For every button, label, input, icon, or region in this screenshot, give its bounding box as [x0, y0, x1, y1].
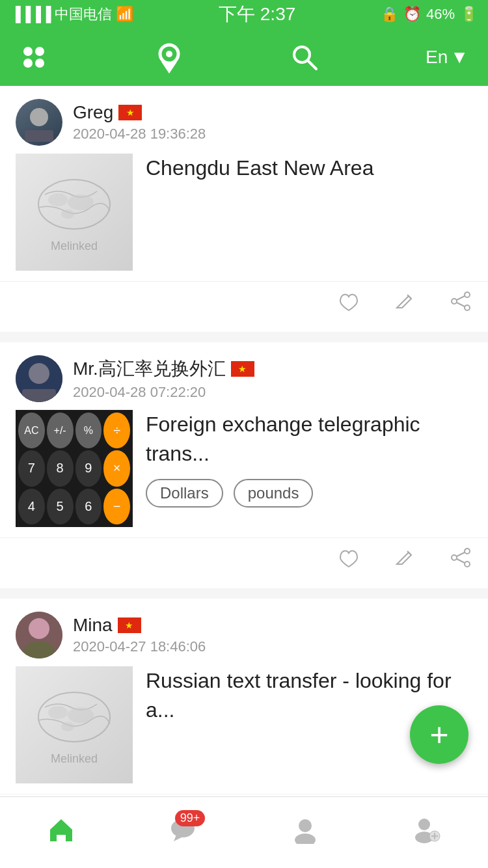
svg-line-19: [457, 296, 465, 300]
svg-point-24: [465, 549, 470, 554]
svg-point-5: [166, 51, 172, 57]
post-time: 2020-04-28 19:36:28: [73, 126, 206, 142]
post-header: Greg 2020-04-28 19:36:28: [0, 86, 488, 154]
edit-button[interactable]: [393, 546, 416, 575]
svg-point-3: [35, 59, 44, 68]
svg-point-33: [48, 706, 68, 719]
time-display: 下午 2:37: [219, 2, 295, 27]
edit-button[interactable]: [393, 290, 416, 319]
svg-point-9: [30, 108, 48, 126]
signal-icon: ▐▐▐▐: [10, 6, 51, 23]
svg-point-25: [452, 555, 457, 560]
svg-rect-11: [25, 130, 53, 142]
svg-point-13: [48, 193, 68, 206]
post-title: Foreign exchange telegraphic trans...: [146, 410, 472, 468]
svg-point-51: [299, 819, 312, 832]
chat-badge: 99+: [175, 810, 206, 826]
post-title: Chengdu East New Area: [146, 154, 472, 183]
carrier-name: 中国电信: [55, 5, 112, 24]
svg-point-53: [418, 819, 430, 830]
bottom-nav-chat[interactable]: 99+: [169, 815, 197, 850]
battery-icon: 🔋: [460, 6, 478, 23]
post-text-area: Chengdu East New Area: [146, 154, 472, 183]
profile-icon: [413, 815, 441, 850]
svg-point-15: [61, 210, 74, 219]
post-body: Melinked Chengdu East New Area: [0, 154, 488, 281]
post-user-info: Greg 2020-04-28 19:36:28: [73, 102, 206, 142]
svg-line-8: [308, 61, 316, 69]
post-tags: Dollars pounds: [146, 479, 472, 508]
status-bar: ▐▐▐▐ 中国电信 📶 下午 2:37 🔒 ⏰ 46% 🔋: [0, 0, 488, 29]
avatar: [16, 355, 62, 402]
post-header: Mr.高汇率兑换外汇 2020-04-28 07:22:20: [0, 342, 488, 410]
post-text-area: Foreign exchange telegraphic trans... Do…: [146, 410, 472, 508]
svg-point-34: [68, 707, 94, 723]
post-username-text: Mr.高汇率兑换外汇: [73, 357, 226, 381]
svg-point-1: [35, 47, 44, 56]
battery-percent: 46%: [426, 6, 455, 23]
post-thumbnail: Melinked: [16, 666, 133, 783]
post-user-info: Mr.高汇率兑换外汇 2020-04-28 07:22:20: [73, 357, 254, 401]
post-header: Mina 2020-04-27 18:46:06: [0, 599, 488, 666]
home-icon: [47, 815, 75, 850]
svg-point-16: [465, 292, 470, 297]
search-icon[interactable]: [290, 43, 319, 72]
svg-line-27: [457, 552, 465, 556]
post-item: Greg 2020-04-28 19:36:28 Meli: [0, 86, 488, 332]
svg-point-35: [61, 722, 74, 731]
svg-marker-6: [161, 62, 177, 74]
tag-pounds[interactable]: pounds: [234, 479, 314, 508]
contact-icon: [291, 815, 319, 850]
china-flag-icon: [118, 617, 141, 633]
language-selector[interactable]: En ▼: [426, 47, 468, 68]
post-time: 2020-04-27 18:46:06: [73, 638, 206, 655]
svg-point-2: [23, 59, 33, 68]
svg-line-20: [457, 303, 465, 306]
avatar: [16, 99, 62, 146]
svg-point-0: [23, 47, 33, 56]
svg-rect-23: [22, 389, 56, 402]
bottom-nav-home[interactable]: [47, 815, 75, 850]
fab-button[interactable]: +: [410, 705, 468, 764]
post-item: Mr.高汇率兑换外汇 2020-04-28 07:22:20 AC +/- % …: [0, 342, 488, 588]
chevron-down-icon: ▼: [450, 47, 468, 68]
china-flag-icon: [118, 105, 142, 120]
svg-point-30: [29, 618, 49, 639]
post-thumbnail: AC +/- % ÷ 7 8 9 × 4 5 6 −: [16, 410, 133, 527]
svg-line-28: [457, 559, 465, 563]
bottom-nav-contact[interactable]: [291, 815, 319, 850]
like-button[interactable]: [337, 546, 360, 575]
lock-icon: 🔒: [381, 6, 398, 23]
apps-icon[interactable]: [20, 43, 48, 72]
svg-point-14: [68, 195, 94, 210]
post-body: AC +/- % ÷ 7 8 9 × 4 5 6 − Foreign excha…: [0, 410, 488, 537]
top-nav: En ▼: [0, 29, 488, 86]
signal-carrier: ▐▐▐▐ 中国电信 📶: [10, 5, 133, 24]
post-user-info: Mina 2020-04-27 18:46:06: [73, 615, 206, 655]
thumbnail-label: Melinked: [51, 752, 98, 766]
bottom-nav-profile[interactable]: [413, 815, 441, 850]
share-button[interactable]: [449, 290, 472, 319]
svg-point-22: [29, 363, 49, 384]
post-thumbnail: Melinked: [16, 154, 133, 271]
svg-point-17: [452, 299, 457, 304]
battery-area: 🔒 ⏰ 46% 🔋: [381, 6, 478, 23]
china-flag-icon: [231, 361, 254, 377]
like-button[interactable]: [337, 290, 360, 319]
fab-plus-icon: +: [429, 716, 448, 753]
post-actions: [0, 281, 488, 332]
wifi-icon: 📶: [116, 6, 133, 23]
svg-point-18: [465, 305, 470, 310]
svg-point-52: [295, 834, 316, 844]
thumbnail-label: Melinked: [51, 239, 98, 253]
share-button[interactable]: [449, 546, 472, 575]
post-username-text: Mina: [73, 615, 113, 636]
post-actions: [0, 537, 488, 588]
tag-dollars[interactable]: Dollars: [146, 479, 223, 508]
post-time: 2020-04-28 07:22:20: [73, 384, 254, 401]
avatar: [16, 612, 62, 658]
alarm-icon: ⏰: [403, 6, 421, 23]
post-username-text: Greg: [73, 102, 113, 123]
location-icon[interactable]: [155, 41, 183, 74]
bottom-nav: 99+: [0, 796, 488, 868]
